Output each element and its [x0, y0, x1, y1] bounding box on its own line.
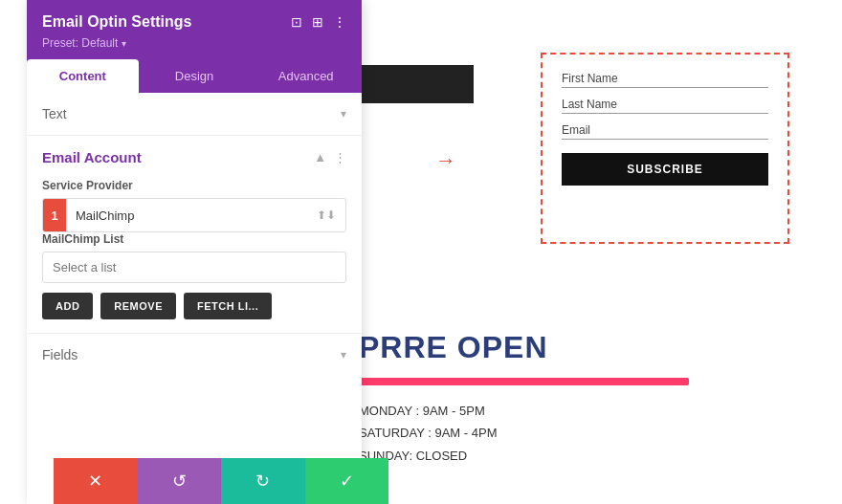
panel-title-icons: ⊡ ⊞ ⋮ [291, 14, 346, 30]
tab-content[interactable]: Content [27, 59, 139, 93]
email-account-section: Email Account ▲ ⋮ Service Provider 1 Mai… [27, 136, 362, 334]
more-icon[interactable]: ⋮ [333, 14, 346, 30]
resize1-icon[interactable]: ⊡ [291, 14, 302, 30]
arrow-indicator: → [435, 148, 456, 173]
service-provider-select-wrapper: 1 MailChimp ActiveCampaign ConvertKit ⬆⬇ [42, 198, 346, 232]
redo-button[interactable]: ↻ [221, 458, 305, 504]
action-buttons: ADD REMOVE FETCH LI... [42, 293, 346, 319]
close-icon: ✕ [88, 471, 102, 492]
form-preview: First Name Last Name Email SUBSCRIBE [541, 53, 789, 244]
panel-preset[interactable]: Preset: Default ▾ [42, 36, 346, 50]
close-button[interactable]: ✕ [54, 458, 138, 504]
tab-advanced[interactable]: Advanced [250, 59, 362, 93]
form-field-firstname: First Name [562, 72, 768, 88]
email-account-header: Email Account ▲ ⋮ [42, 149, 346, 165]
fields-chevron-icon: ▾ [341, 348, 346, 362]
service-provider-select[interactable]: MailChimp ActiveCampaign ConvertKit [66, 202, 317, 230]
tab-design[interactable]: Design [139, 59, 251, 93]
email-account-icons: ▲ ⋮ [314, 150, 346, 164]
panel-body: Text ▾ Email Account ▲ ⋮ Service Provide… [27, 93, 362, 504]
mailchimp-list-label: MailChimp List [42, 232, 346, 246]
check-icon: ✓ [340, 471, 354, 492]
page-heading: PRRE OPEN [359, 330, 547, 365]
email-account-collapse-icon[interactable]: ▲ [314, 150, 326, 164]
confirm-button[interactable]: ✓ [305, 458, 389, 504]
bottom-bar: ✕ ↺ ↻ ✓ [54, 458, 388, 504]
fields-section[interactable]: Fields ▾ [27, 334, 362, 376]
email-account-title: Email Account [42, 149, 142, 165]
service-provider-label: Service Provider [42, 179, 346, 192]
step-badge: 1 [43, 199, 66, 231]
form-field-email: Email [562, 123, 768, 140]
subscribe-button-preview: SUBSCRIBE [562, 153, 768, 186]
redo-icon: ↻ [255, 471, 270, 492]
resize2-icon[interactable]: ⊞ [312, 14, 323, 30]
remove-button[interactable]: REMOVE [100, 293, 176, 319]
fetch-list-button[interactable]: FETCH LI... [184, 293, 272, 319]
text-section[interactable]: Text ▾ [27, 93, 362, 136]
panel-tabs: Content Design Advanced [27, 59, 362, 93]
page-banner [359, 65, 474, 103]
panel-title: Email Optin Settings [42, 13, 191, 31]
text-chevron-icon: ▾ [341, 107, 346, 121]
email-account-more-icon[interactable]: ⋮ [334, 150, 346, 164]
text-section-label: Text [42, 106, 67, 121]
undo-icon: ↺ [172, 471, 187, 492]
preset-chevron-icon: ▾ [122, 38, 126, 49]
panel-header: Email Optin Settings ⊡ ⊞ ⋮ Preset: Defau… [27, 0, 362, 59]
settings-panel: Email Optin Settings ⊡ ⊞ ⋮ Preset: Defau… [27, 0, 362, 504]
panel-title-row: Email Optin Settings ⊡ ⊞ ⋮ [42, 13, 346, 31]
page-pink-divider [359, 378, 689, 385]
page-hours: MONDAY : 9AM - 5PM SATURDAY : 9AM - 4PM … [359, 400, 497, 467]
form-field-lastname: Last Name [562, 98, 768, 114]
select-arrow-icon: ⬆⬇ [317, 208, 345, 222]
list-select-input[interactable] [42, 252, 346, 283]
add-button[interactable]: ADD [42, 293, 93, 319]
fields-section-label: Fields [42, 347, 78, 362]
undo-button[interactable]: ↺ [138, 458, 222, 504]
